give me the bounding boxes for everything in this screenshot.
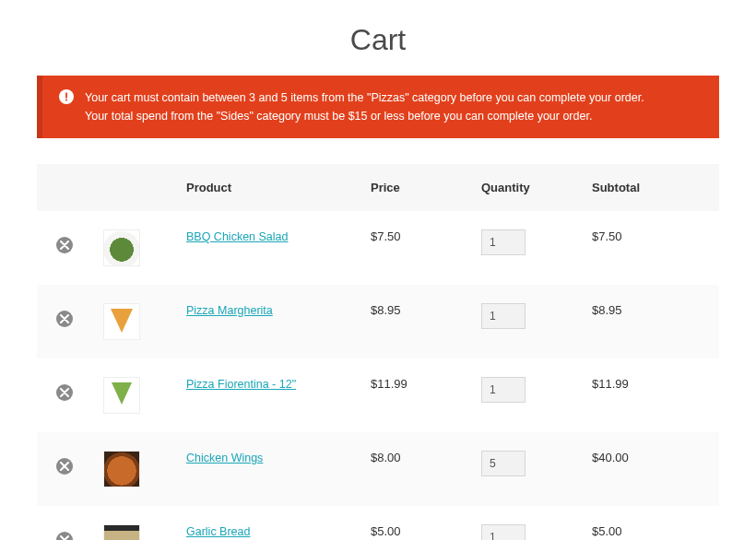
product-thumbnail[interactable] <box>103 303 140 340</box>
product-thumbnail[interactable] <box>103 524 140 540</box>
close-icon <box>60 241 69 250</box>
alert-text: Your cart must contain between 3 and 5 i… <box>85 88 644 125</box>
col-product-header: Product <box>175 164 360 211</box>
alert-icon <box>59 89 74 110</box>
remove-button[interactable] <box>56 458 73 475</box>
product-link[interactable]: Pizza Margherita <box>186 304 273 317</box>
col-qty-header: Quantity <box>470 164 581 211</box>
cart-container: Your cart must contain between 3 and 5 i… <box>0 76 756 540</box>
alert-line-2: Your total spend from the "Sides" catego… <box>85 107 644 125</box>
remove-button[interactable] <box>56 311 73 327</box>
col-remove-header <box>37 164 92 211</box>
remove-button[interactable] <box>56 532 73 540</box>
error-alert: Your cart must contain between 3 and 5 i… <box>37 76 719 138</box>
quantity-input[interactable] <box>481 303 526 329</box>
price-value: $11.99 <box>371 377 408 391</box>
remove-button[interactable] <box>56 384 73 401</box>
page-title: Cart <box>0 0 756 76</box>
subtotal-value: $8.95 <box>592 303 622 317</box>
col-subtotal-header: Subtotal <box>581 164 719 211</box>
subtotal-value: $5.00 <box>592 524 622 538</box>
cart-table: Product Price Quantity Subtotal BBQ Chic… <box>37 164 719 540</box>
subtotal-value: $40.00 <box>592 451 629 464</box>
product-link[interactable]: Pizza Fiorentina - 12" <box>186 378 296 391</box>
close-icon <box>60 314 69 323</box>
product-link[interactable]: Chicken Wings <box>186 452 263 464</box>
table-row: Garlic Bread $5.00 $5.00 <box>37 506 719 540</box>
product-thumbnail[interactable] <box>103 377 140 414</box>
quantity-input[interactable] <box>481 524 526 540</box>
subtotal-value: $11.99 <box>592 377 629 391</box>
quantity-input[interactable] <box>481 377 526 403</box>
price-value: $5.00 <box>371 524 401 538</box>
table-row: BBQ Chicken Salad $7.50 $7.50 <box>37 211 719 285</box>
price-value: $8.00 <box>371 451 401 464</box>
product-link[interactable]: Garlic Bread <box>186 525 250 538</box>
col-price-header: Price <box>360 164 470 211</box>
product-thumbnail[interactable] <box>103 451 140 487</box>
quantity-input[interactable] <box>481 451 526 476</box>
quantity-input[interactable] <box>481 229 526 255</box>
close-icon <box>60 388 69 397</box>
price-value: $7.50 <box>371 229 401 243</box>
table-row: Chicken Wings $8.00 $40.00 <box>37 432 719 506</box>
product-link[interactable]: BBQ Chicken Salad <box>186 230 288 243</box>
col-thumb-header <box>92 164 175 211</box>
table-row: Pizza Margherita $8.95 $8.95 <box>37 285 719 358</box>
close-icon <box>60 535 69 540</box>
remove-button[interactable] <box>56 237 73 253</box>
subtotal-value: $7.50 <box>592 229 622 243</box>
svg-rect-1 <box>65 93 67 99</box>
alert-line-1: Your cart must contain between 3 and 5 i… <box>85 88 644 107</box>
product-thumbnail[interactable] <box>103 229 140 266</box>
table-row: Pizza Fiorentina - 12" $11.99 $11.99 <box>37 358 719 432</box>
price-value: $8.95 <box>371 303 401 317</box>
close-icon <box>60 462 69 471</box>
svg-rect-2 <box>65 100 67 101</box>
